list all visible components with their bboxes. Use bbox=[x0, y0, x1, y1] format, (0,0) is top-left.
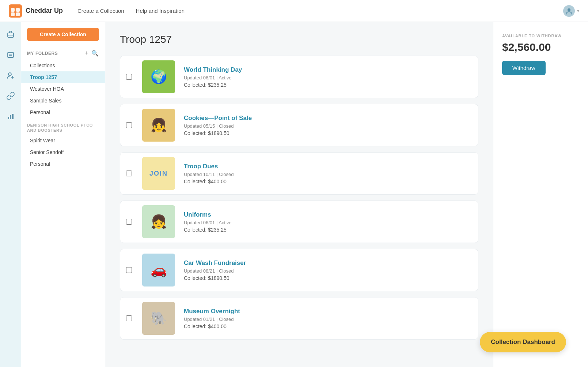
group2-header: DENISON HIGH SCHOOL PTCO AND BOOSTERS bbox=[21, 118, 105, 135]
sidebar-item-spirit-wear[interactable]: Spirit Wear bbox=[21, 135, 105, 146]
card-meta: Updated 06/01 | Active bbox=[184, 220, 474, 225]
withdraw-button[interactable]: Withdraw bbox=[502, 61, 546, 75]
card-info: World Thinking Day Updated 06/01 | Activ… bbox=[179, 60, 478, 94]
svg-rect-15 bbox=[10, 115, 11, 119]
topnav-links: Create a Collection Help and Inspiration bbox=[77, 8, 549, 14]
sidebar-item-troop1257[interactable]: Troop 1257 bbox=[21, 71, 105, 83]
svg-rect-16 bbox=[12, 114, 14, 119]
svg-rect-4 bbox=[16, 12, 20, 16]
layout: Create a Collection MY FOLDERS + 🔍 Colle… bbox=[0, 22, 588, 367]
collection-card[interactable]: 🐘 Museum Overnight Updated 01/21 | Close… bbox=[120, 297, 478, 340]
add-folder-icon[interactable]: + bbox=[85, 50, 88, 57]
svg-point-11 bbox=[8, 73, 11, 76]
card-checkbox[interactable] bbox=[120, 315, 138, 321]
svg-rect-14 bbox=[8, 117, 9, 119]
icon-sidebar bbox=[0, 22, 21, 367]
card-collected: Collected: $400.00 bbox=[184, 179, 474, 184]
collection-card[interactable]: 👧 Cookies—Point of Sale Updated 05/15 | … bbox=[120, 104, 478, 146]
withdraw-amount: $2,560.00 bbox=[502, 41, 579, 53]
card-collected: Collected: $1890.50 bbox=[184, 130, 474, 136]
collection-card[interactable]: 🌍 World Thinking Day Updated 06/01 | Act… bbox=[120, 56, 478, 98]
card-title[interactable]: Cookies—Point of Sale bbox=[184, 115, 474, 122]
user-dropdown-arrow[interactable]: ▾ bbox=[577, 8, 579, 14]
card-image: 👧 bbox=[142, 109, 175, 142]
card-info: Cookies—Point of Sale Updated 05/15 | Cl… bbox=[179, 109, 478, 142]
collection-card[interactable]: JOIN Troop Dues Updated 10/11 | Closed C… bbox=[120, 152, 478, 195]
sidebar-item-senior-sendoff[interactable]: Senior Sendoff bbox=[21, 146, 105, 158]
folder-header-actions: + 🔍 bbox=[85, 50, 99, 57]
sidebar-item-sample-sales[interactable]: Sample Sales bbox=[21, 95, 105, 106]
card-checkbox-input[interactable] bbox=[126, 315, 132, 321]
sidebar-icon-link[interactable] bbox=[4, 89, 17, 102]
right-sidebar: AVAILABLE TO WITHDRAW $2,560.00 Withdraw bbox=[493, 22, 588, 367]
sidebar-icon-list[interactable] bbox=[4, 48, 17, 61]
sidebar-item-westover[interactable]: Westover HOA bbox=[21, 83, 105, 95]
card-checkbox-input[interactable] bbox=[126, 122, 132, 128]
sidebar-item-personal-1[interactable]: Personal bbox=[21, 106, 105, 118]
card-image: 👧 bbox=[142, 205, 175, 238]
card-title[interactable]: Car Wash Fundraiser bbox=[184, 259, 474, 267]
card-title[interactable]: World Thinking Day bbox=[184, 66, 474, 74]
card-image: 🌍 bbox=[142, 60, 175, 93]
sidebar-icon-chart[interactable] bbox=[4, 110, 17, 123]
topnav: Cheddar Up Create a Collection Help and … bbox=[0, 0, 588, 22]
card-collected: Collected: $1890.50 bbox=[184, 275, 474, 281]
svg-rect-0 bbox=[9, 4, 22, 18]
card-image: JOIN bbox=[142, 157, 175, 190]
collection-cards-container: 🌍 World Thinking Day Updated 06/01 | Act… bbox=[120, 56, 478, 340]
main-content: Troop 1257 🌍 World Thinking Day Updated … bbox=[105, 22, 493, 367]
card-meta: Updated 08/21 | Closed bbox=[184, 268, 474, 274]
left-sidebar: Create a Collection MY FOLDERS + 🔍 Colle… bbox=[21, 22, 105, 367]
card-info: Museum Overnight Updated 01/21 | Closed … bbox=[179, 302, 478, 335]
card-checkbox[interactable] bbox=[120, 219, 138, 225]
card-checkbox-input[interactable] bbox=[126, 219, 132, 225]
card-title[interactable]: Uniforms bbox=[184, 211, 474, 218]
collection-card[interactable]: 🚗 Car Wash Fundraiser Updated 08/21 | Cl… bbox=[120, 249, 478, 291]
card-checkbox-input[interactable] bbox=[126, 74, 132, 80]
logo-icon bbox=[9, 4, 22, 18]
card-checkbox-input[interactable] bbox=[126, 267, 132, 273]
logo-text: Cheddar Up bbox=[26, 7, 63, 15]
sidebar-icon-person-add[interactable] bbox=[4, 69, 17, 82]
user-avatar-icon[interactable] bbox=[563, 5, 575, 17]
card-collected: Collected: $400.00 bbox=[184, 323, 474, 329]
my-folders-label: MY FOLDERS bbox=[27, 51, 58, 56]
card-collected: Collected: $235.25 bbox=[184, 82, 474, 88]
card-meta: Updated 06/01 | Active bbox=[184, 75, 474, 80]
card-info: Troop Dues Updated 10/11 | Closed Collec… bbox=[179, 157, 478, 190]
card-info: Uniforms Updated 06/01 | Active Collecte… bbox=[179, 205, 478, 239]
available-label: AVAILABLE TO WITHDRAW bbox=[502, 34, 579, 38]
sidebar-icon-briefcase[interactable] bbox=[4, 28, 17, 41]
card-checkbox[interactable] bbox=[120, 267, 138, 273]
nav-create-collection[interactable]: Create a Collection bbox=[77, 8, 124, 14]
card-checkbox[interactable] bbox=[120, 171, 138, 176]
card-info: Car Wash Fundraiser Updated 08/21 | Clos… bbox=[179, 254, 478, 287]
sidebar-item-collections[interactable]: Collections bbox=[21, 60, 105, 71]
card-meta: Updated 05/15 | Closed bbox=[184, 123, 474, 129]
my-folders-header: MY FOLDERS + 🔍 bbox=[21, 47, 105, 60]
create-collection-button[interactable]: Create a Collection bbox=[27, 28, 99, 41]
svg-rect-8 bbox=[8, 52, 14, 57]
logo[interactable]: Cheddar Up bbox=[9, 4, 63, 18]
collection-card[interactable]: 👧 Uniforms Updated 06/01 | Active Collec… bbox=[120, 201, 478, 243]
card-meta: Updated 01/21 | Closed bbox=[184, 317, 474, 322]
sidebar-item-personal-2[interactable]: Personal bbox=[21, 158, 105, 170]
page-title: Troop 1257 bbox=[120, 34, 478, 45]
collection-dashboard-button[interactable]: Collection Dashboard bbox=[480, 332, 566, 352]
card-image: 🚗 bbox=[142, 254, 175, 287]
svg-rect-2 bbox=[16, 8, 20, 12]
svg-rect-3 bbox=[11, 12, 15, 16]
card-checkbox[interactable] bbox=[120, 122, 138, 128]
card-title[interactable]: Museum Overnight bbox=[184, 308, 474, 315]
card-checkbox-input[interactable] bbox=[126, 171, 132, 176]
svg-point-5 bbox=[568, 8, 570, 11]
card-image: 🐘 bbox=[142, 302, 175, 335]
card-title[interactable]: Troop Dues bbox=[184, 163, 474, 170]
nav-help[interactable]: Help and Inspiration bbox=[136, 8, 185, 14]
search-folders-icon[interactable]: 🔍 bbox=[91, 50, 99, 57]
topnav-right: ▾ bbox=[563, 5, 579, 17]
svg-rect-1 bbox=[11, 8, 15, 12]
card-collected: Collected: $235.25 bbox=[184, 227, 474, 233]
card-meta: Updated 10/11 | Closed bbox=[184, 172, 474, 177]
card-checkbox[interactable] bbox=[120, 74, 138, 80]
